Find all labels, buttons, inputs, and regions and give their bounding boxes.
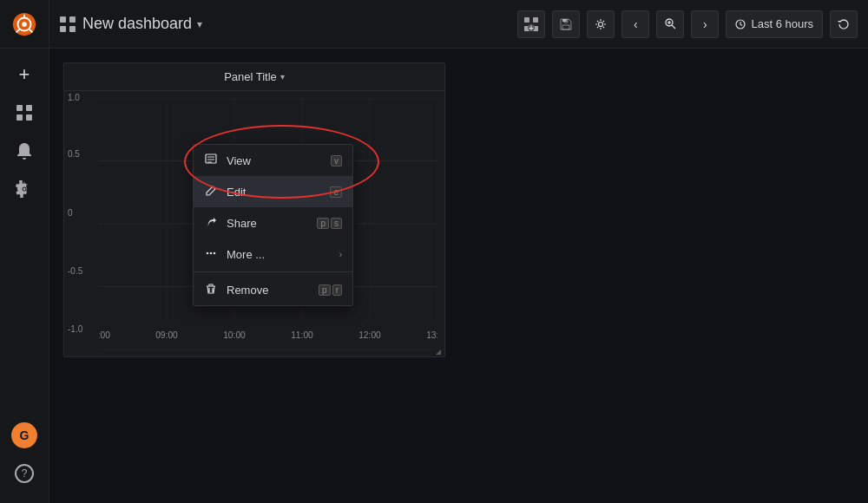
svg-text:12:00: 12:00 [358,329,381,339]
apps-icon [60,16,76,32]
zoom-icon [665,18,676,29]
svg-point-12 [23,188,26,191]
menu-item-remove[interactable]: Remove pr [194,274,352,305]
svg-point-52 [214,252,216,254]
dashboard-content: Panel Title ▾ 1.0 0.5 0 -0.5 -1.0 [49,49,868,503]
svg-rect-23 [562,19,567,22]
sidebar-item-avatar[interactable]: G [0,416,49,454]
edit-shortcut: e [330,186,342,198]
clock-icon [735,19,746,29]
user-avatar[interactable]: G [11,422,37,448]
panel-title-bar[interactable]: Panel Title ▾ [64,63,444,91]
sidebar-item-apps[interactable] [0,94,49,132]
share-icon [204,216,218,231]
time-range-button[interactable]: Last 6 hours [726,10,823,38]
grafana-logo[interactable] [0,0,49,49]
svg-point-2 [22,22,27,27]
resize-handle[interactable]: ◢ [436,348,444,356]
sidebar-item-help[interactable]: ? [0,454,49,493]
save-icon [560,18,572,30]
save-button[interactable] [552,10,580,38]
y-label-mid: 0 [68,208,73,218]
more-icon [204,247,218,262]
menu-item-edit[interactable]: Edit e [194,176,352,207]
sidebar-item-add[interactable]: + [0,56,49,94]
back-button[interactable]: ‹ [621,10,649,38]
topbar: New dashboard ▾ + [49,0,868,49]
add-panel-button[interactable]: + [517,10,545,38]
refresh-icon [838,18,850,30]
svg-rect-9 [26,114,32,121]
more-arrow: › [339,250,342,259]
svg-point-24 [599,22,603,26]
svg-rect-16 [69,26,76,32]
menu-item-more[interactable]: More ... › [194,238,352,270]
edit-icon [204,185,218,199]
panel-title: Panel Title [224,70,277,83]
svg-rect-18 [533,17,538,23]
svg-rect-17 [524,17,529,23]
svg-rect-15 [60,26,66,32]
svg-rect-13 [60,16,66,23]
settings-icon [595,18,607,30]
svg-line-26 [672,25,675,29]
svg-point-50 [207,252,209,254]
remove-shortcut: pr [319,284,342,296]
share-label: Share [227,217,308,230]
remove-label: Remove [227,284,310,297]
zoom-button[interactable] [656,10,684,38]
dashboard-title[interactable]: New dashboard ▾ [82,15,202,33]
sidebar-item-settings[interactable] [0,170,49,208]
svg-text:09:00: 09:00 [155,329,178,339]
y-label-top: 1.0 [68,93,80,102]
y-label-mid-low: -0.5 [68,266,82,276]
sidebar: + G ? [0,0,49,503]
menu-item-view[interactable]: View v [194,145,352,176]
more-label: More ... [227,248,331,261]
remove-icon [204,283,218,297]
refresh-button[interactable] [830,10,858,38]
svg-text:10:00: 10:00 [223,329,246,339]
settings-button[interactable] [587,10,615,38]
context-menu: View v Edit e Share ps [193,144,353,306]
y-label-bottom: -1.0 [68,324,82,334]
panel-title-dropdown: ▾ [280,72,285,82]
add-panel-icon: + [524,17,538,31]
y-label-mid-top: 0.5 [68,149,80,159]
forward-icon: › [703,17,707,31]
share-shortcut: ps [317,218,342,229]
svg-rect-7 [26,105,32,111]
svg-text:13:00: 13:00 [426,329,437,339]
view-label: View [227,154,322,167]
sidebar-bottom: G ? [0,416,49,503]
edit-label: Edit [227,186,321,199]
svg-rect-14 [69,16,76,23]
title-dropdown-arrow: ▾ [197,18,202,30]
svg-rect-6 [16,105,23,111]
back-icon: ‹ [634,17,638,31]
time-range-label: Last 6 hours [751,17,813,30]
view-shortcut: v [331,155,342,167]
svg-text:11:00: 11:00 [291,329,313,339]
svg-text:08:00: 08:00 [99,329,110,339]
menu-divider [194,271,352,272]
menu-item-share[interactable]: Share ps [194,207,352,238]
svg-rect-8 [16,114,23,121]
forward-button[interactable]: › [691,10,719,38]
title-text: New dashboard [82,15,192,33]
main-area: New dashboard ▾ + [49,0,868,503]
svg-text:+: + [529,23,535,31]
svg-point-51 [210,252,213,254]
view-icon [204,154,218,168]
sidebar-item-alerts[interactable] [0,132,49,170]
